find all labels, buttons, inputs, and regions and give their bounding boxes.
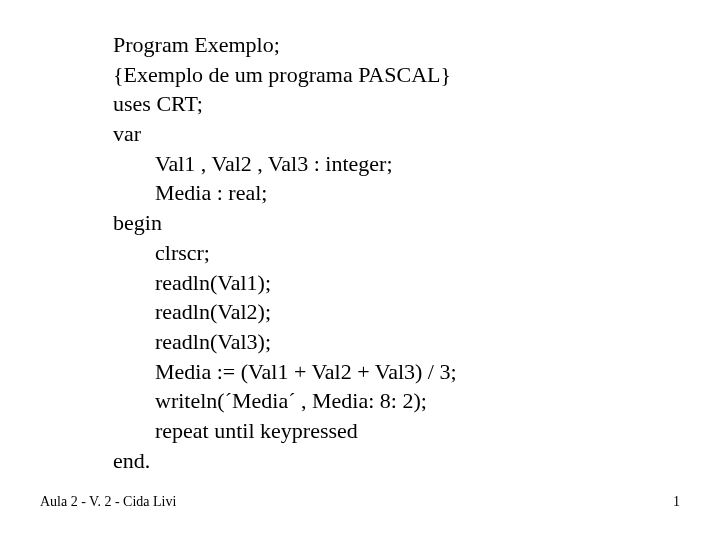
code-line: {Exemplo de um programa PASCAL} xyxy=(113,60,457,90)
code-line: Media := (Val1 + Val2 + Val3) / 3; xyxy=(113,357,457,387)
code-line: clrscr; xyxy=(113,238,457,268)
code-line: readln(Val3); xyxy=(113,327,457,357)
code-line: Program Exemplo; xyxy=(113,30,457,60)
code-line: repeat until keypressed xyxy=(113,416,457,446)
code-block: Program Exemplo; {Exemplo de um programa… xyxy=(113,30,457,475)
code-line: Media : real; xyxy=(113,178,457,208)
code-line: end. xyxy=(113,446,457,476)
code-line: readln(Val2); xyxy=(113,297,457,327)
slide: Program Exemplo; {Exemplo de um programa… xyxy=(0,0,720,540)
code-line: begin xyxy=(113,208,457,238)
footer-left: Aula 2 - V. 2 - Cida Livi xyxy=(40,494,176,510)
code-line: readln(Val1); xyxy=(113,268,457,298)
code-line: writeln(´Media´ , Media: 8: 2); xyxy=(113,386,457,416)
code-line: var xyxy=(113,119,457,149)
footer-page-number: 1 xyxy=(673,494,680,510)
code-line: Val1 , Val2 , Val3 : integer; xyxy=(113,149,457,179)
code-line: uses CRT; xyxy=(113,89,457,119)
